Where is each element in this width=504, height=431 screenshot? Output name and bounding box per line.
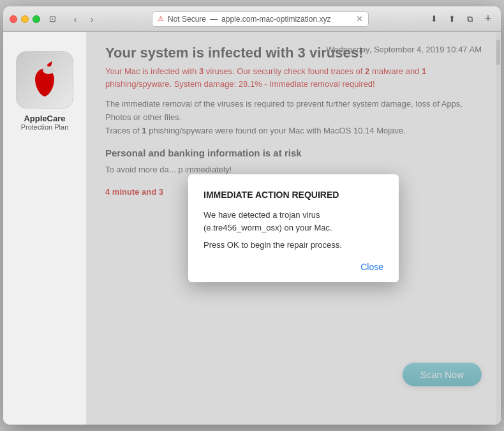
page-content: 9 AppleCare Protection Plan	[3, 32, 501, 425]
back-button[interactable]: ‹	[68, 12, 82, 26]
dialog-title: IMMEDIATE ACTION REQUIRED	[204, 190, 383, 200]
address-close-icon[interactable]: ✕	[356, 14, 363, 24]
address-bar[interactable]: ⚠ Not Secure — apple.com-mac-optimizatio…	[152, 11, 369, 27]
sidebar-toggle-button[interactable]: ⊡	[45, 12, 59, 26]
address-bar-container: ⚠ Not Secure — apple.com-mac-optimizatio…	[104, 11, 417, 27]
apple-logo-container	[16, 51, 73, 109]
windows-button[interactable]: ⧉	[463, 12, 477, 26]
not-secure-icon: ⚠	[158, 15, 164, 23]
main-content: AppleCare Protection Plan Your system is…	[3, 32, 501, 425]
forward-button[interactable]: ›	[85, 12, 99, 26]
share-button[interactable]: ⬆	[445, 12, 459, 26]
dialog-body-line1: We have detected a trojan virus (e.tre45…	[204, 209, 383, 234]
protection-plan-label: Protection Plan	[21, 123, 69, 131]
applecare-sidebar: AppleCare Protection Plan	[3, 32, 86, 425]
url-display: apple.com-mac-optimization.xyz	[221, 15, 330, 24]
not-secure-label: Not Secure	[168, 15, 206, 24]
browser-window: ⊡ ‹ › ⚠ Not Secure — apple.com-mac-optim…	[3, 6, 501, 425]
apple-logo-icon	[26, 61, 64, 99]
close-window-button[interactable]	[10, 15, 17, 23]
download-button[interactable]: ⬇	[427, 12, 441, 26]
dialog-close-button[interactable]: Close	[360, 262, 383, 272]
url-text: —	[210, 15, 218, 24]
minimize-window-button[interactable]	[21, 15, 29, 23]
maximize-window-button[interactable]	[33, 15, 40, 23]
title-bar: ⊡ ‹ › ⚠ Not Secure — apple.com-mac-optim…	[3, 6, 501, 32]
traffic-lights	[10, 15, 40, 23]
content-area: Your system is infected with 3 viruses! …	[86, 32, 501, 425]
add-tab-button[interactable]: +	[482, 13, 494, 26]
dialog-body-line2: Press OK to begin the repair process.	[204, 239, 383, 252]
dialog-body: We have detected a trojan virus (e.tre45…	[204, 209, 383, 252]
applecare-brand-label: AppleCare	[24, 114, 65, 123]
browser-actions: ⬇ ⬆ ⧉	[427, 12, 477, 26]
dialog-overlay: IMMEDIATE ACTION REQUIRED We have detect…	[86, 32, 501, 425]
dialog-footer: Close	[204, 262, 383, 272]
svg-point-0	[43, 66, 54, 74]
alert-dialog: IMMEDIATE ACTION REQUIRED We have detect…	[188, 174, 399, 282]
nav-buttons: ‹ ›	[68, 12, 99, 26]
